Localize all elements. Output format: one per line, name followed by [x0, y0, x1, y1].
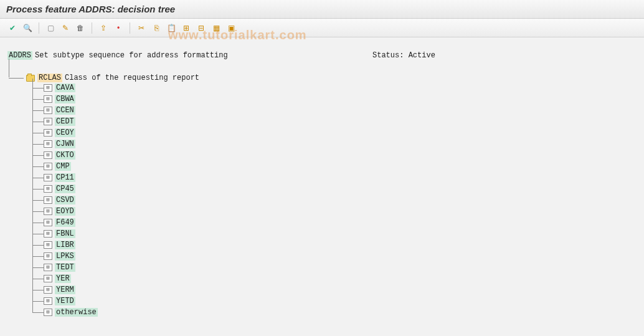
child-code-label: F649 — [55, 218, 75, 227]
rclas-label: Class of the requesting report — [65, 74, 199, 82]
page-title: Process feature ADDRS: decision tree — [6, 4, 175, 14]
expand-node-icon[interactable]: ⊞ — [44, 95, 52, 103]
expand-node-icon[interactable]: ⊞ — [44, 286, 52, 294]
folder-open-icon — [26, 75, 35, 82]
expand-node-icon[interactable]: ⊞ — [44, 185, 52, 193]
tree-child-row[interactable]: ⊞YETD — [32, 295, 637, 307]
expand-node-icon[interactable]: ⊞ — [44, 309, 52, 316]
tree-child-row[interactable]: ⊞CBWA — [32, 94, 637, 105]
expand-icon[interactable]: ⊞ — [180, 22, 192, 34]
child-code-label: CP11 — [55, 173, 75, 182]
tree-branch-line — [32, 312, 44, 313]
root-code: ADDRS — [7, 51, 32, 60]
tree-child-row[interactable]: ⊞FBNL — [32, 228, 637, 239]
tree-branch-line — [32, 178, 44, 178]
tree-child-row[interactable]: ⊞otherwise — [32, 307, 637, 318]
expand-node-icon[interactable]: ⊞ — [44, 163, 52, 170]
expand-node-icon[interactable]: ⊞ — [44, 264, 52, 271]
tree-branch-line — [32, 211, 44, 212]
paste-icon[interactable]: 📋 — [165, 22, 178, 34]
cut-icon[interactable]: ✂ — [135, 22, 148, 34]
child-code-label: CJWN — [55, 140, 75, 148]
expand-node-icon[interactable]: ⊞ — [44, 196, 52, 204]
tree-branch-line — [32, 223, 44, 223]
expand-node-icon[interactable]: ⊞ — [44, 297, 52, 305]
tree-child-row[interactable]: ⊞CSVD — [32, 194, 637, 206]
tree-branch-line — [32, 256, 44, 257]
tree-child-row[interactable]: ⊞CMP — [32, 161, 637, 172]
expand-node-icon[interactable]: ⊞ — [44, 174, 52, 181]
tree-child-row[interactable]: ⊞YERM — [32, 284, 637, 295]
collapse-icon[interactable]: ⊟ — [195, 22, 207, 34]
rclas-row[interactable]: RCLAS Class of the requesting report — [7, 74, 637, 82]
child-code-label: LPKS — [55, 252, 75, 261]
page-header: Process feature ADDRS: decision tree — [0, 0, 644, 19]
expand-node-icon[interactable]: ⊞ — [44, 241, 52, 249]
child-code-label: FBNL — [55, 229, 75, 238]
tree-child-row[interactable]: ⊞LIBR — [32, 239, 637, 251]
tree-child-row[interactable]: ⊞YER — [32, 273, 637, 284]
delete-icon[interactable]: 🗑 — [74, 22, 87, 34]
status-text: Status: Active — [372, 51, 435, 60]
tree-child-row[interactable]: ⊞CEOY — [32, 127, 637, 138]
tree-branch-line — [32, 166, 44, 167]
tree-branch-line — [32, 133, 44, 133]
tree-branch-line — [32, 301, 44, 302]
expand-node-icon[interactable]: ⊞ — [44, 107, 52, 114]
select-all-icon[interactable]: ▦ — [210, 22, 222, 34]
tree-child-row[interactable]: ⊞CEDT — [32, 116, 637, 127]
tree-branch-line — [32, 122, 44, 122]
child-code-label: TEDT — [55, 263, 75, 272]
expand-node-icon[interactable]: ⊞ — [44, 151, 52, 159]
child-code-label: CCEN — [55, 106, 75, 115]
tree-child-row[interactable]: ⊞CCEN — [32, 105, 637, 116]
expand-node-icon[interactable]: ⊞ — [44, 230, 52, 238]
toolbar-separator — [92, 22, 92, 34]
deselect-icon[interactable]: ▣ — [225, 22, 237, 34]
expand-node-icon[interactable]: ⊞ — [44, 252, 52, 260]
tree-child-row[interactable]: ⊞TEDT — [32, 262, 637, 273]
check-icon[interactable]: ✔ — [6, 22, 19, 34]
child-code-label: CSVD — [55, 196, 75, 204]
child-code-label: CEOY — [55, 128, 75, 137]
tree-child-row[interactable]: ⊞EOYD — [32, 206, 637, 217]
expand-node-icon[interactable]: ⊞ — [44, 140, 52, 148]
tree-branch-line — [32, 110, 44, 111]
child-code-label: CBWA — [55, 95, 75, 103]
tree-child-row[interactable]: ⊞CP11 — [32, 172, 637, 183]
edit-icon[interactable]: ✎ — [59, 22, 72, 34]
toolbar-separator — [130, 22, 130, 34]
child-code-label: YETD — [55, 297, 75, 305]
tree-branch-line — [32, 200, 44, 201]
tree-child-row[interactable]: ⊞CJWN — [32, 138, 637, 150]
copy-icon[interactable]: ⎘ — [150, 22, 163, 34]
tree-root-row: ADDRS Set subtype sequence for address f… — [7, 44, 637, 60]
create-icon[interactable]: ▢ — [44, 22, 57, 34]
tree-child-row[interactable]: ⊞CAVA — [32, 82, 637, 94]
tree-child-row[interactable]: ⊞CKTO — [32, 150, 637, 161]
expand-node-icon[interactable]: ⊞ — [44, 219, 52, 226]
child-code-label: CEDT — [55, 117, 75, 126]
tree-branch-line — [32, 279, 44, 279]
child-code-label: YERM — [55, 286, 75, 294]
expand-node-icon[interactable]: ⊞ — [44, 275, 52, 282]
expand-node-icon[interactable]: ⊞ — [44, 129, 52, 137]
expand-node-icon[interactable]: ⊞ — [44, 118, 52, 125]
child-code-label: CP45 — [55, 185, 75, 193]
child-code-label: YER — [55, 274, 71, 283]
tree-child-row[interactable]: ⊞CP45 — [32, 183, 637, 194]
tree-child-row[interactable]: ⊞LPKS — [32, 251, 637, 262]
tree-branch-line — [32, 245, 44, 246]
child-code-label: CKTO — [55, 151, 75, 160]
tree-child-row[interactable]: ⊞F649 — [32, 217, 637, 228]
tree-branch-line — [32, 234, 44, 234]
hierarchy-icon[interactable]: ⇪ — [97, 22, 110, 34]
child-code-label: CMP — [55, 162, 71, 171]
child-code-label: EOYD — [55, 207, 75, 216]
search-icon[interactable]: 🔍 — [21, 22, 34, 34]
expand-node-icon[interactable]: ⊞ — [44, 84, 52, 92]
child-code-label: CAVA — [55, 84, 75, 92]
expand-node-icon[interactable]: ⊞ — [44, 208, 52, 215]
toolbar-separator — [39, 22, 39, 34]
pin-icon[interactable]: • — [112, 22, 125, 34]
